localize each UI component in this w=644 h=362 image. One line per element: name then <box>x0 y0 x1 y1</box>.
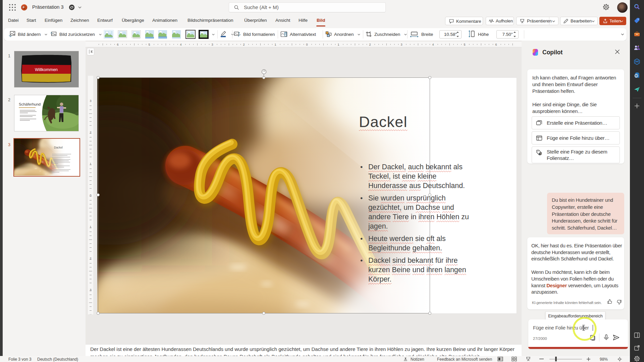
svg-text:4: 4 <box>180 43 181 46</box>
svg-text:2: 2 <box>90 131 91 134</box>
svg-text:3: 3 <box>90 288 91 292</box>
svg-text:3: 3 <box>90 99 91 103</box>
svg-text:P: P <box>23 6 25 9</box>
svg-text:1: 1 <box>90 225 91 229</box>
svg-text:Schäferhund: Schäferhund <box>19 102 41 106</box>
svg-text:0: 0 <box>90 194 91 197</box>
svg-text:4: 4 <box>432 43 434 46</box>
svg-text:2: 2 <box>90 257 91 260</box>
svg-text:Dackel: Dackel <box>54 146 63 149</box>
svg-text:1: 1 <box>90 162 91 166</box>
svg-text:1: 1 <box>274 43 276 46</box>
svg-text:3: 3 <box>400 43 402 46</box>
svg-text:5: 5 <box>148 43 150 46</box>
svg-text:1: 1 <box>337 43 339 46</box>
svg-text:3: 3 <box>211 43 213 46</box>
svg-text:?: ? <box>540 153 541 155</box>
svg-text:Willkommen: Willkommen <box>35 67 58 72</box>
svg-text:6: 6 <box>495 43 497 46</box>
svg-text:2: 2 <box>369 43 371 46</box>
svg-text:0: 0 <box>306 43 308 46</box>
svg-text:2: 2 <box>243 43 245 46</box>
svg-text:5: 5 <box>464 43 465 46</box>
svg-text:6: 6 <box>117 43 118 46</box>
